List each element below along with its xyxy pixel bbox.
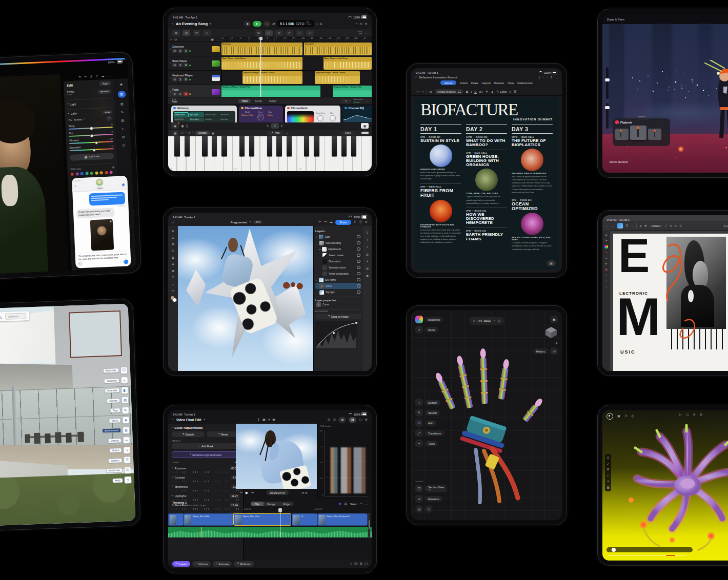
modeling-button[interactable]: Modeling: [425, 317, 443, 322]
black-key[interactable]: [276, 136, 281, 156]
zoom-level[interactable]: 34%: [253, 220, 262, 224]
play-icon[interactable]: ▶: [246, 491, 248, 494]
record-button[interactable]: ●: [264, 21, 270, 27]
swatch-purple[interactable]: [75, 173, 78, 176]
drag-handle[interactable]: [638, 116, 645, 117]
contact-name[interactable]: Joyce: [95, 187, 105, 190]
drag-handle[interactable]: [415, 481, 423, 482]
cycle-icon[interactable]: ⇄: [272, 22, 275, 26]
preset-cell[interactable]: Bright Synth: [174, 112, 189, 117]
robotic-hand-model[interactable]: [427, 339, 550, 508]
chevron-right-icon[interactable]: ›: [661, 224, 662, 227]
presets-icon[interactable]: ◍: [121, 118, 124, 122]
tab-sends[interactable]: Sends: [252, 99, 265, 103]
record-icon[interactable]: ◉: [272, 418, 275, 422]
wb-value[interactable]: As shot: [74, 118, 82, 121]
tools-icon[interactable]: ✂: [415, 440, 423, 447]
drummer-instrument-icon[interactable]: [212, 46, 220, 52]
pencil-icon[interactable]: ✏: [605, 263, 608, 266]
italic-button[interactable]: I: [471, 90, 472, 93]
model-info-button[interactable]: Model Infoⓘ: [104, 466, 131, 474]
case-button[interactable]: aA: [479, 90, 483, 93]
mute-button[interactable]: M: [172, 63, 177, 67]
layer-row[interactable]: Noise blending: [315, 240, 361, 246]
menu-icon[interactable]: ☰: [625, 224, 628, 227]
duplicate-track-icon[interactable]: ⧉: [175, 38, 177, 41]
target-icon[interactable]: ⊙: [693, 413, 695, 417]
swatch-blue[interactable]: [80, 172, 84, 175]
chevron-down-icon[interactable]: ▾: [204, 419, 205, 421]
tint-slider[interactable]: Tint0: [69, 130, 113, 137]
visibility-icon[interactable]: [357, 266, 360, 268]
help-button[interactable]: Help?: [104, 477, 131, 485]
display-button[interactable]: Display∞: [103, 437, 130, 445]
type-tool-icon[interactable]: T: [172, 276, 174, 280]
environment-icon[interactable]: ◍: [123, 426, 130, 433]
collapse-icon[interactable]: ⊖: [497, 319, 500, 322]
visibility-icon[interactable]: [357, 235, 360, 238]
trash-icon[interactable]: ▯: [186, 124, 188, 128]
preset-cell[interactable]: Bright Arp: [219, 118, 234, 122]
light-icon[interactable]: ✦: [607, 480, 610, 483]
help-icon[interactable]: ◔: [355, 22, 357, 26]
segment-range[interactable]: Range: [264, 502, 279, 506]
next-frame-icon[interactable]: ⏭: [251, 491, 254, 494]
slider-contrast[interactable]: ◑Contrast4.41: [172, 475, 239, 483]
saturation-slider[interactable]: Saturation+ 2: [69, 144, 113, 151]
settings-icon[interactable]: ⊙: [359, 22, 362, 26]
more-icon[interactable]: …: [107, 74, 110, 77]
underline-button[interactable]: U: [474, 90, 476, 93]
document-title[interactable]: Biofacture Innovation Summit: [419, 76, 458, 79]
photo-canvas[interactable]: [0, 74, 69, 275]
chevron-left-icon[interactable]: ‹: [650, 224, 651, 227]
cloud-icon[interactable]: ☁: [329, 220, 333, 224]
plugin-chromaglow[interactable]: ChromaGlow ModelModern Tube Drive StyleC…: [239, 106, 283, 124]
outliner-icon[interactable]: ☰: [124, 457, 131, 464]
home-icon[interactable]: ⌂: [473, 319, 475, 323]
eyedropper-icon[interactable]: ✑: [106, 116, 112, 121]
reset-button[interactable]: ↺Reset: [207, 431, 239, 437]
tab-references[interactable]: References: [517, 81, 533, 85]
record-enable-button[interactable]: R: [184, 63, 188, 67]
list-icon[interactable]: ☰: [514, 90, 516, 93]
ideas-bulb-icon[interactable]: ◍: [430, 90, 432, 93]
swatch-red[interactable]: [71, 173, 74, 176]
automation-value[interactable]: Read: [354, 101, 363, 103]
add-layer-icon[interactable]: ⊞: [366, 267, 369, 270]
glue-icon[interactable]: ◫: [265, 30, 273, 36]
mic-icon[interactable]: ♦: [268, 418, 270, 422]
vector-brush-icon[interactable]: ✎: [605, 252, 608, 255]
more-icon[interactable]: …: [365, 31, 368, 34]
chevron-down-icon[interactable]: ▾: [210, 23, 211, 25]
sketch-icon[interactable]: ✎: [415, 409, 423, 417]
keyboard-panel-icon[interactable]: ▦: [361, 123, 369, 129]
play-icon[interactable]: ▷: [679, 413, 682, 417]
slider-exposure[interactable]: ◐Exposure45.59: [172, 466, 239, 473]
visibility-icon[interactable]: ◉: [366, 274, 369, 277]
solo-button[interactable]: S: [178, 49, 183, 53]
visibility-icon[interactable]: [357, 247, 360, 250]
search-icon[interactable]: ○: [546, 76, 548, 79]
swatch-magenta[interactable]: [110, 171, 113, 174]
revert-icon[interactable]: ⟲: [78, 75, 81, 78]
flipbook-frame[interactable]: [615, 129, 629, 140]
color-tool-icon[interactable]: [604, 245, 608, 248]
notifications-bell-icon[interactable]: △: [0, 315, 2, 319]
preset-cell[interactable]: Minimal Arp: [189, 118, 204, 122]
black-key[interactable]: [304, 136, 309, 156]
font-picker[interactable]: Antipol Medium11: [435, 89, 463, 94]
wet-knob[interactable]: [330, 115, 336, 121]
properties-icon[interactable]: ≡: [367, 231, 369, 234]
preset-cell[interactable]: Dark Arp: [205, 118, 219, 122]
pencil-tool-icon[interactable]: ✎: [267, 125, 269, 128]
snap-value[interactable]: 1/4: [359, 33, 362, 35]
undo-icon[interactable]: ↩: [84, 75, 87, 78]
import-icon[interactable]: ↥: [257, 418, 259, 422]
visibility-icon[interactable]: [357, 241, 360, 244]
controls-icon[interactable]: ⊙: [271, 123, 279, 129]
text-icon[interactable]: T: [605, 280, 607, 283]
black-key[interactable]: [185, 136, 190, 156]
preset-cell[interactable]: Epic Synth: [189, 112, 204, 117]
black-key[interactable]: [314, 136, 319, 156]
mobile-view-icon[interactable]: ▯: [538, 76, 540, 79]
